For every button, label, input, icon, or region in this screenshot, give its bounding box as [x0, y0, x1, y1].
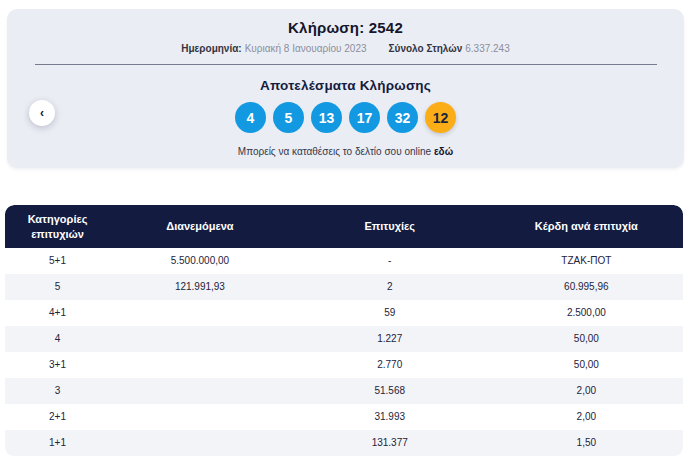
prize-cell: 50,00 — [490, 332, 683, 346]
winners-cell: 59 — [290, 306, 490, 320]
category-cell: 4 — [5, 332, 110, 346]
winnings-table: Κατηγορίες επιτυχιώνΔιανεμόμεναΕπιτυχίες… — [5, 205, 683, 456]
table-row: 5121.991,93260.995,96 — [5, 274, 683, 300]
total-columns-value: 6.337.243 — [465, 43, 510, 54]
main-number-ball: 4 — [235, 102, 266, 133]
prize-cell: 2,00 — [490, 410, 683, 424]
distributed-cell: 5.500.000,00 — [110, 254, 290, 268]
column-header: Διανεμόμενα — [110, 219, 290, 234]
draw-numbers: 4513173212 — [7, 102, 684, 133]
column-header: Επιτυχίες — [290, 219, 490, 234]
divider — [35, 64, 657, 65]
category-cell: 3 — [5, 384, 110, 398]
category-cell: 1+1 — [5, 436, 110, 450]
prize-cell: 1,50 — [490, 436, 683, 450]
draw-date-value: Κυριακή 8 Ιανουαρίου 2023 — [245, 43, 367, 54]
distributed-cell: 121.991,93 — [110, 280, 290, 294]
total-columns: Σύνολο Στηλών6.337.243 — [389, 43, 510, 54]
column-header: Κατηγορίες επιτυχιών — [5, 212, 110, 242]
table-row: 351.5682,00 — [5, 378, 683, 404]
winnings-table-body: 5+15.500.000,00-ΤΖΑΚ-ΠΟΤ5121.991,93260.9… — [5, 248, 683, 456]
table-row: 2+131.9932,00 — [5, 404, 683, 430]
winnings-table-header: Κατηγορίες επιτυχιώνΔιανεμόμεναΕπιτυχίες… — [5, 205, 683, 248]
prize-cell: ΤΖΑΚ-ΠΟΤ — [490, 254, 683, 268]
results-heading: Αποτελέσματα Κλήρωσης — [7, 78, 684, 93]
category-cell: 5 — [5, 280, 110, 294]
draw-number: 2542 — [369, 19, 403, 36]
table-row: 4+1592.500,00 — [5, 300, 683, 326]
deposit-here-link[interactable]: εδώ — [434, 146, 453, 157]
total-columns-label: Σύνολο Στηλών — [389, 43, 463, 54]
category-cell: 4+1 — [5, 306, 110, 320]
draw-title: Κλήρωση: 2542 — [7, 9, 684, 36]
table-row: 1+1131.3771,50 — [5, 430, 683, 456]
previous-draw-button[interactable]: ‹ — [29, 100, 55, 126]
table-row: 5+15.500.000,00-ΤΖΑΚ-ΠΟΤ — [5, 248, 683, 274]
winners-cell: 2 — [290, 280, 490, 294]
draw-summary-card: Κλήρωση: 2542 Ημερομηνία:Κυριακή 8 Ιανου… — [7, 9, 684, 168]
draw-title-label: Κλήρωση: — [288, 19, 364, 36]
main-number-ball: 5 — [273, 102, 304, 133]
winners-cell: 51.568 — [290, 384, 490, 398]
main-number-ball: 17 — [349, 102, 380, 133]
category-cell: 2+1 — [5, 410, 110, 424]
category-cell: 3+1 — [5, 358, 110, 372]
winners-cell: 1.227 — [290, 332, 490, 346]
deposit-text: Μπορείς να καταθέσεις το δελτίο σου onli… — [238, 146, 431, 157]
winners-cell: 131.377 — [290, 436, 490, 450]
chevron-left-icon: ‹ — [40, 106, 44, 120]
category-cell: 5+1 — [5, 254, 110, 268]
table-row: 41.22750,00 — [5, 326, 683, 352]
main-number-ball: 32 — [387, 102, 418, 133]
deposit-line: Μπορείς να καταθέσεις το δελτίο σου onli… — [7, 146, 684, 157]
prize-cell: 2.500,00 — [490, 306, 683, 320]
winners-cell: 2.770 — [290, 358, 490, 372]
draw-meta: Ημερομηνία:Κυριακή 8 Ιανουαρίου 2023 Σύν… — [7, 43, 684, 54]
bonus-number-ball: 12 — [425, 102, 456, 133]
draw-date-label: Ημερομηνία: — [181, 43, 241, 54]
prize-cell: 50,00 — [490, 358, 683, 372]
table-row: 3+12.77050,00 — [5, 352, 683, 378]
prize-cell: 60.995,96 — [490, 280, 683, 294]
prize-cell: 2,00 — [490, 384, 683, 398]
draw-date: Ημερομηνία:Κυριακή 8 Ιανουαρίου 2023 — [181, 43, 366, 54]
column-header: Κέρδη ανά επιτυχία — [490, 219, 683, 234]
winners-cell: - — [290, 254, 490, 268]
main-number-ball: 13 — [311, 102, 342, 133]
winners-cell: 31.993 — [290, 410, 490, 424]
